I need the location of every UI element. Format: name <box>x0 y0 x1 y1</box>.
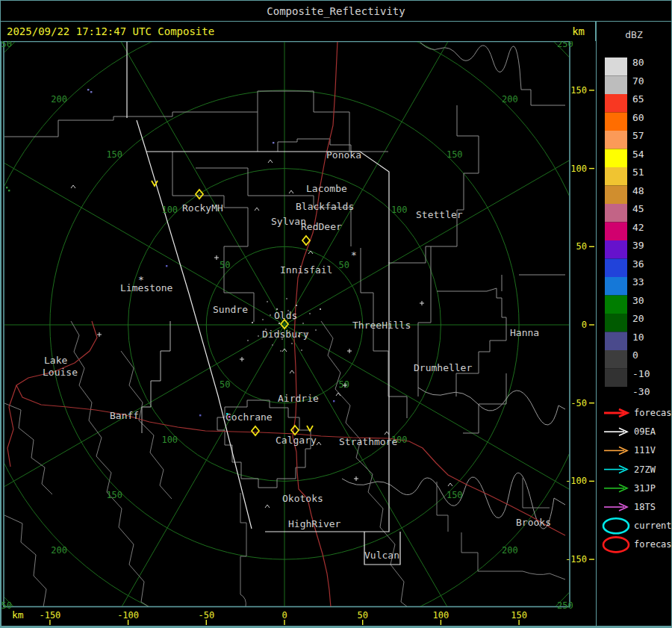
city-label: Lacombe <box>306 183 347 194</box>
radial-line <box>284 116 596 325</box>
colorbar-value-label: 80 <box>632 57 644 68</box>
station-caret-marker <box>265 505 270 508</box>
ring-label: 250 <box>0 600 12 611</box>
right-axis-tick-label: -50 <box>570 398 587 408</box>
legend-label: forecast <box>634 539 671 550</box>
status-bar: 2025/09/22 17:12:47 UTC Composite km <box>0 21 596 42</box>
clutter-dot <box>286 298 287 299</box>
colorbar-swatch <box>605 296 627 314</box>
city-label: Airdrie <box>278 393 319 404</box>
station-caret-marker <box>289 190 293 193</box>
forecast-ellipse-icon <box>603 537 629 552</box>
radial-line <box>75 41 284 325</box>
colorbar-value-label: 45 <box>632 203 644 214</box>
ring-label: 100 <box>391 205 408 215</box>
right-axis-tick-label: 0 <box>582 320 587 330</box>
colorbar-swatch <box>605 131 627 149</box>
clutter-dot <box>320 308 321 310</box>
legend-item-current: current <box>603 518 671 533</box>
colorbar-value-label: -30 <box>632 386 650 397</box>
colorbar-value-label: 0 <box>632 349 638 361</box>
left-border <box>0 41 1 628</box>
legend-label: forecast <box>634 408 671 418</box>
colorbar-value-label: 33 <box>632 276 644 287</box>
clutter-dot <box>315 329 317 331</box>
colorbar-swatch <box>605 350 627 369</box>
right-axis-tick-label: 150 <box>570 85 587 96</box>
bottom-axis-tick-label: -100 <box>117 610 139 621</box>
colorbar-swatch <box>605 167 627 186</box>
city-label: Strathmore <box>339 436 397 447</box>
radial-line <box>0 116 284 325</box>
radar-site-diamond <box>291 426 299 435</box>
city-label: Sundre <box>213 304 248 315</box>
ring-label: 50 <box>338 379 349 390</box>
colorbar-legend: 807065605754514845423936333020100-10-30f… <box>597 22 671 627</box>
clutter-dot <box>291 343 293 344</box>
city-label: Drumheller <box>414 362 472 373</box>
city-label: Innisfail <box>280 264 332 276</box>
station-plus-marker <box>214 255 219 260</box>
colorbar-swatch <box>605 259 627 278</box>
map-dot <box>6 187 7 188</box>
radial-line <box>284 325 596 534</box>
ring-label: 250 <box>557 41 573 49</box>
city-label: Vulcan <box>364 550 399 561</box>
colorbar-swatch <box>605 57 627 76</box>
legend-item-31JP: 31JP <box>604 483 656 494</box>
colorbar-swatch <box>605 314 627 332</box>
city-label: RockyMH <box>182 202 223 214</box>
city-label: Louise <box>43 367 78 378</box>
colorbar-panel: dBZ 807065605754514845423936333020100-10… <box>596 21 672 628</box>
legend-item-09EA: 09EA <box>604 426 656 437</box>
clutter-dot <box>280 350 281 352</box>
colorbar-value-label: 65 <box>632 93 644 105</box>
legend-label: 31JP <box>634 483 656 494</box>
radar-map[interactable]: 5050505010010010010015015015015020020020… <box>0 41 596 628</box>
map-dot <box>90 91 92 93</box>
bottom-axis: -150-100-50050100150 <box>39 610 526 625</box>
map-canvas[interactable]: 5050505010010010010015015015015020020020… <box>0 41 596 628</box>
colorbar-value-label: 51 <box>632 167 644 178</box>
colorbar-value-label: -10 <box>632 368 650 379</box>
city-label: Didsbury <box>262 329 309 340</box>
colorbar-swatch <box>605 149 627 168</box>
ring-label: 100 <box>161 435 178 445</box>
legend-label: 111V <box>634 445 656 456</box>
map-dot <box>333 400 335 402</box>
station-caret-marker <box>255 208 259 211</box>
map-border <box>4 42 570 607</box>
city-label: Brooks <box>516 517 551 528</box>
clutter-dot <box>309 313 311 314</box>
ring-label: 200 <box>502 545 518 556</box>
clutter-dot <box>262 319 264 320</box>
legend-item-27ZW: 27ZW <box>604 464 656 475</box>
legend-label: current <box>634 520 671 531</box>
colorbar-swatch <box>605 94 627 113</box>
city-label: HighRiver <box>288 518 341 529</box>
station-caret-marker <box>290 370 294 373</box>
colorbar-value-label: 20 <box>632 313 644 324</box>
colorbar-swatch <box>605 113 627 131</box>
ring-label: 200 <box>502 94 518 105</box>
city-label: Blackfalds <box>296 201 354 212</box>
radar-site-diamond <box>196 190 203 199</box>
map-dot <box>166 265 167 267</box>
right-axis-tick-label: 100 <box>570 164 587 174</box>
city-label: Okotoks <box>282 493 323 504</box>
title-bar: Composite_Reflectivity <box>0 0 672 22</box>
status-unit-label: km <box>572 25 585 37</box>
legend-item-forecast: forecast <box>603 537 671 552</box>
colorbar-swatch <box>605 186 627 205</box>
station-plus-marker <box>347 349 352 353</box>
timestamp: 2025/09/22 17:12:47 UTC Composite <box>7 25 572 37</box>
city-label: Lake <box>44 355 67 366</box>
map-dot <box>87 89 89 90</box>
city-label: Calgary <box>276 435 317 446</box>
radar-app-window: Composite_Reflectivity 2025/09/22 17:12:… <box>0 0 672 628</box>
colorbar-value-label: 54 <box>632 149 644 160</box>
colorbar-swatch <box>605 240 627 259</box>
ring-label: 150 <box>447 149 463 160</box>
clutter-dot <box>267 301 268 302</box>
city-label: Stettler <box>416 209 463 220</box>
